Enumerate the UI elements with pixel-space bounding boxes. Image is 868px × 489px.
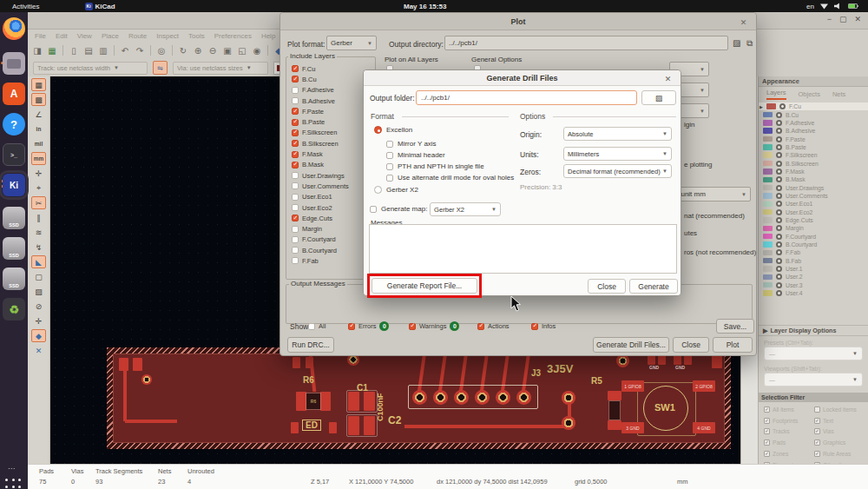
board-setup-icon[interactable]: ▦ <box>46 44 58 56</box>
visibility-eye-icon[interactable] <box>776 225 782 231</box>
show-filter-infos[interactable]: Infos <box>531 319 556 334</box>
generate-button[interactable]: Generate <box>629 279 678 294</box>
layer-row-user.1[interactable]: User.1 <box>759 265 868 273</box>
checkbox[interactable] <box>292 226 299 233</box>
include-layer-row[interactable]: User.Eco1 <box>286 192 373 202</box>
grid-show-icon[interactable]: ▦ <box>31 78 46 91</box>
layer-row-user.2[interactable]: User.2 <box>759 273 868 281</box>
checkbox[interactable] <box>531 323 538 330</box>
include-layer-row[interactable]: User.Drawings <box>286 170 373 181</box>
checkbox[interactable] <box>308 323 315 330</box>
include-layer-row[interactable]: F.Mask <box>286 149 373 159</box>
plot-button[interactable]: Plot <box>713 337 753 353</box>
undo-icon[interactable]: ↶ <box>119 44 131 56</box>
ssd-drive-icon[interactable]: SSD <box>3 207 25 229</box>
include-layer-row[interactable]: B.Cu <box>286 74 373 84</box>
checkbox[interactable]: ✓ <box>814 418 820 424</box>
include-layer-row[interactable]: Edge.Cuts <box>286 213 373 223</box>
menu-edit[interactable]: Edit <box>56 32 68 40</box>
visibility-eye-icon[interactable] <box>776 120 782 126</box>
include-layer-row[interactable]: F.Paste <box>286 106 373 116</box>
pcb-via[interactable] <box>616 354 629 367</box>
checkbox[interactable]: ✓ <box>814 439 820 446</box>
filter-footprints[interactable]: ✓Footprints <box>764 415 816 426</box>
checkbox[interactable] <box>292 162 299 169</box>
generate-report-file-button[interactable]: Generate Report File... <box>372 278 477 294</box>
excellon-option-checkbox[interactable]: Mirror Y axis <box>386 140 437 148</box>
layer-row-b.silkscreen[interactable]: B.Silkscreen <box>759 159 868 167</box>
visibility-eye-icon[interactable] <box>776 144 782 150</box>
pcb-pad[interactable] <box>291 422 299 433</box>
wifi-icon[interactable] <box>820 3 828 10</box>
zoom-selection-icon[interactable]: ◉ <box>251 44 263 56</box>
checkbox[interactable] <box>292 140 299 147</box>
auto-track-width-toggle[interactable]: ⇋ <box>153 61 168 75</box>
checkbox[interactable] <box>292 257 299 264</box>
visibility-eye-icon[interactable] <box>776 161 782 167</box>
layer-row-f.courtyard[interactable]: F.Courtyard <box>759 233 868 241</box>
checkbox[interactable]: ✓ <box>764 418 770 424</box>
menu-route[interactable]: Route <box>128 32 147 40</box>
pcb-pad[interactable] <box>119 358 128 371</box>
excellon-option-checkbox[interactable]: PTH and NPTH in single file <box>386 162 484 170</box>
clock[interactable]: May 16 15:53 <box>404 3 446 10</box>
checkbox[interactable] <box>814 406 820 413</box>
menu-inspect[interactable]: Inspect <box>156 32 179 40</box>
layer-row-user.eco2[interactable]: User.Eco2 <box>759 208 868 215</box>
show-filter-errors[interactable]: Errors0 <box>348 319 389 334</box>
visibility-eye-icon[interactable] <box>776 258 782 264</box>
visibility-eye-icon[interactable] <box>776 234 782 240</box>
layer-row-f.silkscreen[interactable]: F.Silkscreen <box>759 151 868 159</box>
include-layer-row[interactable]: User.Eco2 <box>286 202 373 213</box>
close-icon[interactable]: ✕ <box>663 74 673 83</box>
pcb-pad[interactable] <box>608 391 621 400</box>
filter-rule-areas[interactable]: ✓Rule Areas <box>814 448 866 459</box>
checkbox[interactable] <box>386 163 393 170</box>
excellon-option-checkbox[interactable]: Use alternate drill mode for oval holes <box>386 174 514 182</box>
menu-view[interactable]: View <box>77 32 92 40</box>
print-icon[interactable]: ▤ <box>82 44 95 56</box>
visibility-eye-icon[interactable] <box>776 266 782 272</box>
layer-row-b.paste[interactable]: B.Paste <box>759 143 868 151</box>
full-crosshair-icon[interactable]: ⌖ <box>31 182 46 195</box>
units-mm-icon[interactable]: mm <box>31 152 46 165</box>
activities-button[interactable]: Activities <box>12 3 40 10</box>
layer-row-b.adhesive[interactable]: B.Adhesive <box>759 127 868 135</box>
zone-outline-icon[interactable]: ▢ <box>31 270 46 283</box>
crosshair-style-icon[interactable]: ✛ <box>31 167 46 180</box>
window-maximize-icon[interactable]: ▢ <box>839 15 847 23</box>
visibility-eye-icon[interactable] <box>776 193 782 199</box>
checkbox[interactable] <box>386 152 393 159</box>
filter-vias[interactable]: ✓Vias <box>814 426 866 438</box>
visibility-eye-icon[interactable] <box>776 136 782 142</box>
zoom-fit-icon[interactable]: ▣ <box>221 44 233 56</box>
tracks-opacity-icon[interactable]: ◆ <box>31 329 46 342</box>
pcb-through-hole-pad[interactable] <box>516 390 531 405</box>
tab-objects[interactable]: Objects <box>799 90 820 98</box>
units-mils-icon[interactable]: mil <box>31 137 46 150</box>
find-icon[interactable]: ◎ <box>155 44 168 56</box>
pcb-through-hole-pad[interactable] <box>433 390 448 405</box>
visibility-eye-icon[interactable] <box>776 282 782 288</box>
filter-text[interactable]: ✓Text <box>814 415 866 426</box>
pcb-via[interactable] <box>562 416 575 430</box>
layer-row-b.cu[interactable]: B.Cu <box>759 110 868 118</box>
visibility-eye-icon[interactable] <box>776 112 782 118</box>
checkbox[interactable] <box>292 129 299 136</box>
visibility-eye-icon[interactable] <box>776 152 782 158</box>
include-layer-row[interactable]: B.Silkscreen <box>286 138 373 149</box>
menu-file[interactable]: File <box>35 32 46 40</box>
origin-select[interactable]: Absolute▼ <box>563 127 672 141</box>
visibility-eye-icon[interactable] <box>776 185 782 191</box>
run-drc-button[interactable]: Run DRC... <box>287 337 334 353</box>
layer-row-f.fab[interactable]: F.Fab <box>759 248 868 256</box>
checkbox[interactable] <box>292 97 299 104</box>
pcb-pad[interactable] <box>293 357 300 368</box>
layer-row-f.adhesive[interactable]: F.Adhesive <box>759 119 868 127</box>
layer-row-user.eco1[interactable]: User.Eco1 <box>759 200 868 208</box>
filter-all-items[interactable]: ✓All items <box>764 404 816 415</box>
include-layer-row[interactable]: B.Mask <box>286 160 373 170</box>
checkbox[interactable]: ✓ <box>764 406 770 413</box>
open-directory-icon[interactable]: ⧉ <box>746 38 753 49</box>
pcb-pad[interactable] <box>712 354 722 368</box>
